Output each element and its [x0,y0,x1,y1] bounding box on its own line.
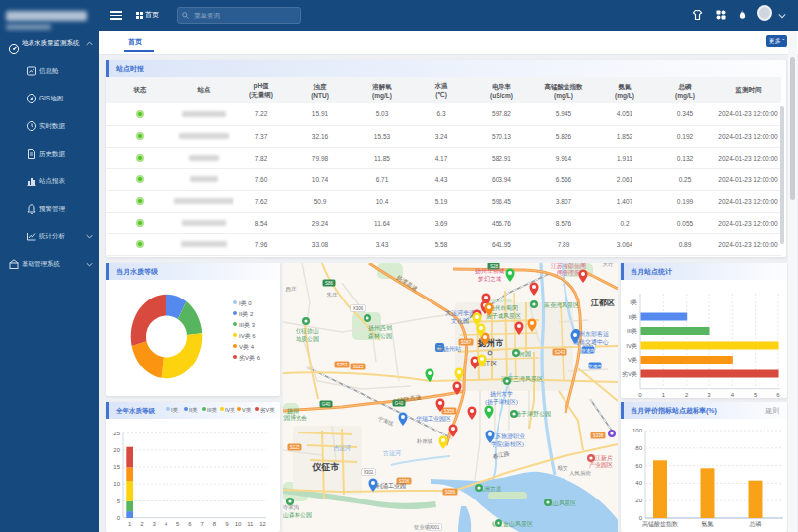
svg-text:世园博览会: 世园博览会 [283,415,307,422]
svg-text:华瑞工业园区: 华瑞工业园区 [416,415,451,423]
svg-text:高锰酸盐指数: 高锰酸盐指数 [642,520,678,528]
svg-text:沪陕高速: 沪陕高速 [396,393,422,404]
svg-text:6: 6 [776,392,780,398]
svg-text:扬州市: 扬州市 [477,338,504,348]
svg-text:80: 80 [635,445,642,451]
svg-text:S125: S125 [353,365,364,369]
svg-text:IV类: IV类 [626,343,637,349]
svg-text:S125: S125 [290,445,300,450]
svg-text:I类: I类 [630,299,637,305]
svg-text:5: 5 [117,499,121,504]
svg-text:S86: S86 [325,281,334,286]
svg-text:15: 15 [113,464,120,470]
svg-text:江苏旅游职业: 江苏旅游职业 [490,432,525,440]
svg-text:古运河: 古运河 [383,450,401,457]
svg-text:扬州西郊: 扬州西郊 [368,325,392,332]
svg-text:梦幻之城: 梦幻之城 [477,275,501,283]
svg-text:扬州站: 扬州站 [443,346,461,353]
svg-text:S338: S338 [593,433,604,438]
svg-text:地质公园: 地质公园 [296,336,319,343]
svg-text:宁海线: 宁海线 [377,415,395,428]
svg-text:氨氮: 氨氮 [702,520,714,527]
svg-text:利涌工业园: 利涌工业园 [375,482,406,490]
svg-text:产业园区: 产业园区 [589,461,613,469]
svg-text:大圩: 大圩 [603,263,615,267]
svg-text:何园: 何园 [519,351,531,358]
svg-text:扬州大学: 扬州大学 [490,390,513,398]
svg-text:4: 4 [731,392,735,398]
svg-text:2: 2 [140,521,144,527]
svg-text:X302: X302 [364,470,374,475]
svg-text:劣V类: 劣V类 [622,371,637,378]
svg-text:II类: II类 [629,314,637,320]
svg-text:文化园: 文化园 [451,317,469,325]
svg-text:仪征捺山: 仪征捺山 [296,327,319,335]
svg-text:仪征市: 仪征市 [312,462,340,472]
svg-text:山森林公园: 山森林公园 [283,512,312,519]
svg-text:60: 60 [635,463,642,469]
svg-text:0: 0 [638,392,642,398]
svg-text:S356: S356 [444,409,455,414]
svg-text:25: 25 [113,431,120,436]
svg-text:V类: V类 [628,357,637,363]
svg-text:X001: X001 [430,525,440,530]
svg-text:S353: S353 [337,363,348,367]
svg-text:7: 7 [201,521,205,527]
svg-text:5: 5 [754,392,758,398]
svg-text:学院(新校区): 学院(新校区) [491,440,524,448]
svg-text:扬州: 扬州 [287,408,299,415]
svg-text:顺安: 顺安 [558,465,569,471]
svg-text:1: 1 [662,392,666,398]
svg-text:快速路: 快速路 [580,348,595,353]
svg-text:12: 12 [259,521,266,527]
svg-text:快速路: 快速路 [587,364,602,368]
svg-text:S243: S243 [555,350,565,355]
svg-text:10: 10 [235,521,242,527]
svg-text:3: 3 [707,392,711,398]
svg-text:9: 9 [225,521,229,527]
svg-text:扬子津野公园: 扬子津野公园 [515,410,551,418]
svg-text:2: 2 [685,392,689,398]
svg-text:0: 0 [117,515,121,521]
svg-text:S087: S087 [461,340,472,345]
svg-text:西庄: 西庄 [286,286,298,293]
svg-text:10: 10 [113,481,120,487]
svg-text:江苏省邵仙闸: 江苏省邵仙闸 [551,263,586,270]
svg-text:登业镇: 登业镇 [414,524,431,530]
svg-text:(扬子津校区): (扬子津校区) [485,398,518,406]
svg-text:G40: G40 [322,402,331,407]
svg-text:茱萸湾风景区: 茱萸湾风景区 [544,301,579,309]
svg-text:朴席镇: 朴席镇 [416,438,433,444]
svg-text:闸管理所: 闸管理所 [557,269,580,277]
svg-text:朱庄: 朱庄 [327,292,339,298]
svg-text:寺家沟: 寺家沟 [283,504,299,511]
svg-text:吉运河: 吉运河 [333,445,351,452]
svg-text:III类: III类 [627,328,637,334]
svg-text:人民后街: 人民后街 [569,470,592,477]
svg-text:40: 40 [635,480,642,486]
svg-text:100: 100 [632,428,643,433]
svg-text:11: 11 [247,521,254,527]
svg-text:6: 6 [188,521,192,527]
svg-text:20: 20 [635,498,642,503]
svg-text:X306: X306 [353,306,364,311]
svg-text:8: 8 [213,521,217,527]
svg-text:森林公园: 森林公园 [368,333,392,340]
svg-text:扬州华侨城: 扬州华侨城 [475,268,504,275]
svg-text:江都区: 江都区 [590,299,615,307]
svg-text:3: 3 [152,521,156,527]
svg-text:S086: S086 [445,490,456,495]
svg-text:1: 1 [128,521,132,527]
svg-text:5: 5 [176,521,180,527]
svg-text:总磷: 总磷 [749,521,762,527]
svg-text:4: 4 [165,521,168,527]
svg-text:大运河非遗: 大运河非遗 [445,309,475,316]
svg-text:20: 20 [113,447,120,453]
svg-text:唐子城风景区: 唐子城风景区 [486,312,521,320]
svg-text:扬州市蜀冈: 扬州市蜀冈 [489,304,518,312]
